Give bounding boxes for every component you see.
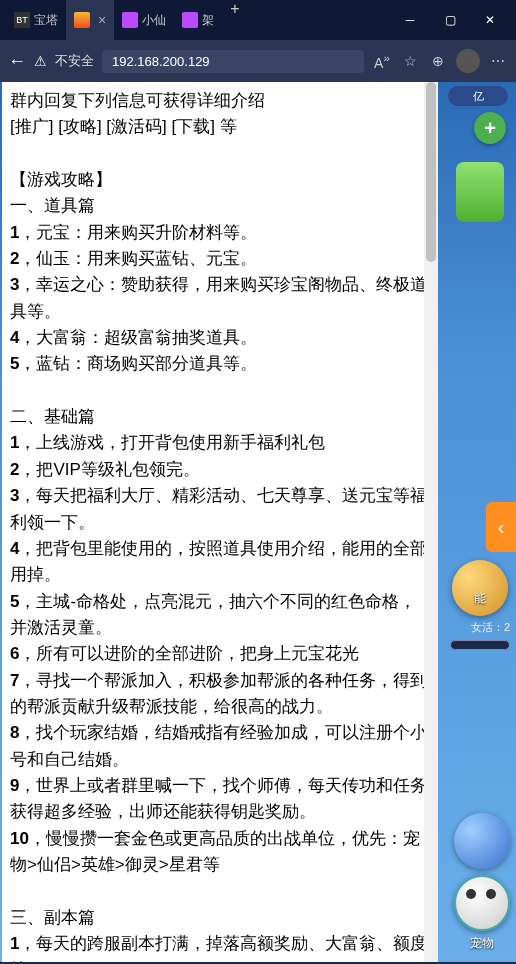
tab-label: 架 [202, 12, 214, 29]
guide-line: 3，幸运之心：赞助获得，用来购买珍宝阁物品、终极道具等。 [10, 272, 430, 325]
tab-icon [122, 12, 138, 28]
close-icon[interactable]: × [98, 12, 106, 28]
collapse-arrow-icon[interactable]: ‹ [486, 502, 516, 552]
currency-badge[interactable]: 亿 [448, 86, 508, 106]
scrollbar[interactable] [424, 82, 438, 962]
browser-tabs: BT 宝塔 × 小仙 架 + [6, 0, 390, 40]
section-title: 二、基础篇 [10, 404, 430, 430]
game-feature-icon[interactable] [456, 162, 504, 222]
section-title: 一、道具篇 [10, 193, 430, 219]
guide-line: 8，找个玩家结婚，结婚戒指有经验加成，可以注册个小号和自己结婚。 [10, 720, 430, 773]
viewport: 亿 + ‹ 能 女活：2 宠物 群内回复下列信息可获得详细介绍 [推广] [攻略… [0, 82, 516, 962]
address-bar: ← ⚠ 不安全 192.168.200.129 A» ☆ ⊕ ⋯ [0, 40, 516, 82]
guide-line: 4，大富翁：超级富翁抽奖道具。 [10, 325, 430, 351]
tab-jia[interactable]: 架 [174, 0, 222, 40]
guide-line: 7，寻找一个帮派加入，积极参加帮派的各种任务，得到的帮派贡献升级帮派技能，给很高… [10, 668, 430, 721]
skill-icon[interactable] [452, 560, 508, 616]
reader-icon[interactable]: A» [372, 51, 392, 71]
window-controls: ─ ▢ ✕ [390, 4, 510, 36]
bottom-icons: 宠物 [454, 813, 510, 952]
tab-active[interactable]: × [66, 0, 114, 40]
back-button[interactable]: ← [8, 51, 26, 72]
guide-line: 5，蓝钻：商场购买部分道具等。 [10, 351, 430, 377]
menu-icon[interactable]: ⋯ [488, 53, 508, 69]
guide-line: 1，元宝：用来购买升阶材料等。 [10, 220, 430, 246]
intro-line: 群内回复下列信息可获得详细介绍 [10, 88, 430, 114]
intro-commands: [推广] [攻略] [激活码] [下载] 等 [10, 114, 430, 140]
window-titlebar: BT 宝塔 × 小仙 架 + ─ ▢ ✕ [0, 0, 516, 40]
guide-title: 【游戏攻略】 [10, 167, 430, 193]
skill-label: 能 [452, 590, 508, 607]
minimize-button[interactable]: ─ [390, 4, 430, 36]
tab-icon-bt: BT [14, 12, 30, 28]
tab-icon [182, 12, 198, 28]
warning-icon: ⚠ [34, 53, 47, 69]
guide-line: 4，把背包里能使用的，按照道具使用介绍，能用的全部用掉。 [10, 536, 430, 589]
profile-avatar[interactable] [456, 49, 480, 73]
add-button[interactable]: + [474, 112, 506, 144]
extensions-icon[interactable]: ⊕ [428, 53, 448, 69]
close-button[interactable]: ✕ [470, 4, 510, 36]
tab-xiaoxian[interactable]: 小仙 [114, 0, 174, 40]
globe-icon[interactable] [454, 813, 510, 869]
guide-line: 3，每天把福利大厅、精彩活动、七天尊享、送元宝等福利领一下。 [10, 483, 430, 536]
insecure-label: 不安全 [55, 52, 94, 70]
guide-line: 10，慢慢攒一套金色或更高品质的出战单位，优先：宠物>仙侣>英雄>御灵>星君等 [10, 826, 430, 879]
progress-bar [450, 640, 510, 650]
game-right-panel: 亿 + ‹ 能 女活：2 宠物 [444, 82, 516, 962]
maximize-button[interactable]: ▢ [430, 4, 470, 36]
guide-line: 9，世界上或者群里喊一下，找个师傅，每天传功和任务获得超多经验，出师还能获得钥匙… [10, 773, 430, 826]
guide-line: 1，每天的跨服副本打满，掉落高额奖励、大富翁、额度等。 [10, 931, 430, 962]
tab-label: 宝塔 [34, 12, 58, 29]
favorite-icon[interactable]: ☆ [400, 53, 420, 69]
pet-label: 宠物 [470, 935, 494, 952]
activate-label: 女活：2 [471, 620, 510, 635]
guide-line: 2，把VIP等级礼包领完。 [10, 457, 430, 483]
url-input[interactable]: 192.168.200.129 [102, 50, 364, 73]
guide-overlay[interactable]: 群内回复下列信息可获得详细介绍 [推广] [攻略] [激活码] [下载] 等 【… [2, 82, 438, 962]
scroll-thumb[interactable] [426, 82, 436, 262]
tab-icon-game [74, 12, 90, 28]
guide-line: 5，主城-命格处，点亮混元，抽六个不同的红色命格，并激活灵童。 [10, 589, 430, 642]
guide-line: 1，上线游戏，打开背包使用新手福利礼包 [10, 430, 430, 456]
tab-baota[interactable]: BT 宝塔 [6, 0, 66, 40]
guide-line: 2，仙玉：用来购买蓝钻、元宝。 [10, 246, 430, 272]
tab-label: 小仙 [142, 12, 166, 29]
guide-line: 6，所有可以进阶的全部进阶，把身上元宝花光 [10, 641, 430, 667]
section-title: 三、副本篇 [10, 905, 430, 931]
pet-icon[interactable] [454, 875, 510, 931]
new-tab-button[interactable]: + [222, 0, 247, 40]
